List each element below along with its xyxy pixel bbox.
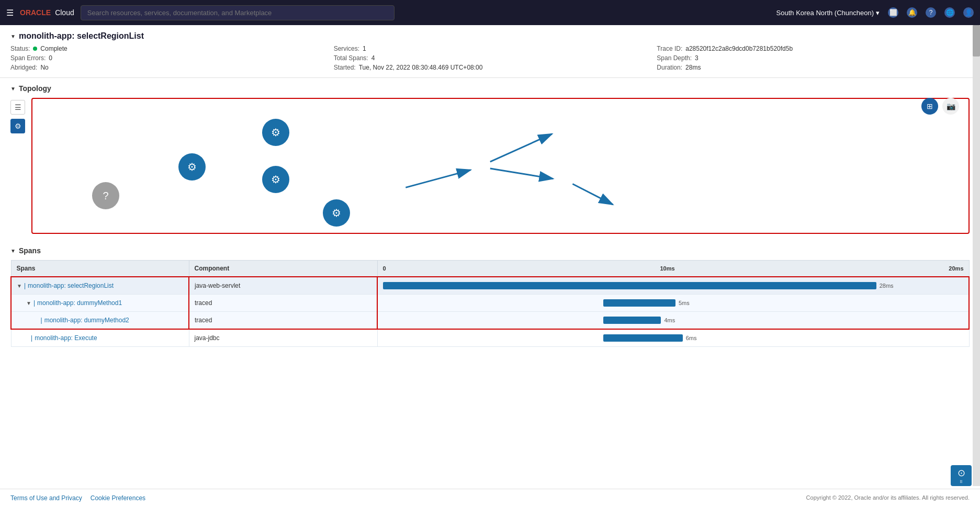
table-row[interactable]: ▼|monolith-app: dummyMethod1traced5ms [11,295,969,312]
span-bar-icon: | [33,299,35,307]
duration-item: Duration: 28ms [657,64,970,71]
footer: Terms of Use and Privacy Cookie Preferen… [0,489,980,507]
span-depth-label: Span Depth: [657,54,692,62]
status-item: Status: Complete [10,45,323,52]
duration-value: 28ms [685,64,701,71]
span-timeline: 6ms [377,329,969,347]
timeline-bar [383,282,876,289]
topology-arrows-svg [32,99,968,233]
terms-link[interactable]: Terms of Use and Privacy [10,494,82,502]
topology-container: ☰ ⚙ [10,98,970,234]
timeline-bar-label: 6ms [686,335,697,341]
user-avatar[interactable]: 👤 [963,7,974,18]
region-selector[interactable]: South Korea North (Chuncheon) ▾ [776,9,880,17]
span-errors-value: 0 [49,54,52,62]
topology-node-top-right[interactable]: ⚙ [262,119,289,146]
topology-list-icon[interactable]: ☰ [10,100,25,115]
span-name-link[interactable]: monolith-app: dummyMethod1 [37,299,122,307]
svg-line-4 [572,184,613,204]
cookie-link[interactable]: Cookie Preferences [91,494,145,502]
started-value: Tue, Nov 22, 2022 08:30:48.469 UTC+08:00 [359,64,483,71]
main-content: ▼ monolith-app: selectRegionList Status:… [0,25,980,507]
spans-section: ▼ Spans Spans Component 0 10ms 20ms [0,240,980,357]
help-fab-button[interactable]: ⊙ ⠿ [951,465,972,486]
svg-line-1 [405,170,470,187]
span-bar-icon: | [24,282,26,289]
span-timeline: 28ms [377,277,969,295]
topology-node-mid-right[interactable]: ⚙ [262,166,289,193]
timeline-label-20ms: 20ms [949,265,963,272]
bell-icon[interactable]: 🔔 [907,7,917,18]
span-name-link[interactable]: monolith-app: dummyMethod2 [44,317,129,324]
services-item: Services: 1 [334,45,647,52]
timeline-bar [603,299,675,307]
oracle-logo-text: ORACLE [20,8,51,17]
status-value: Complete [40,45,67,52]
navbar: ☰ ORACLE Cloud South Korea North (Chunch… [0,0,980,25]
trace-id-value: a28520f12c2a8c9dcd0b7281b520fd5b [685,45,793,52]
span-name-link[interactable]: monolith-app: selectRegionList [28,282,114,289]
spans-title-text: Spans [19,246,41,255]
topology-section-title: ▼ Topology [10,84,970,93]
topology-diagram[interactable]: ? ⚙ ⚙ ⚙ ⚙ [31,98,970,234]
brand: ORACLE Cloud [20,8,74,17]
topology-node-unknown[interactable]: ? [92,182,119,209]
spans-col-header-timeline: 0 10ms 20ms [377,261,969,277]
spans-table: Spans Component 0 10ms 20ms ▼|monolith-a… [10,260,970,347]
timeline-bar-label: 5ms [679,300,690,306]
status-dot-icon [33,47,37,51]
spans-section-title: ▼ Spans [10,246,970,255]
svg-line-3 [490,168,553,179]
table-row[interactable]: |monolith-app: Executejava-jdbc6ms [11,329,969,347]
monitor-icon[interactable]: ⬜ [888,7,898,18]
span-depth-item: Span Depth: 3 [657,54,970,62]
copyright-text: Copyright © 2022, Oracle and/or its affi… [806,494,970,502]
table-row[interactable]: ▼|monolith-app: selectRegionListjava-web… [11,277,969,295]
timeline-bar-label: 28ms [880,283,894,289]
expand-triangle-icon[interactable]: ▼ [10,33,16,39]
trace-id-item: Trace ID: a28520f12c2a8c9dcd0b7281b520fd… [657,45,970,52]
total-spans-item: Total Spans: 4 [334,54,647,62]
topology-camera-button[interactable]: 📷 [942,98,959,115]
spans-col-header-name: Spans [11,261,189,277]
chevron-down-icon: ▾ [876,9,880,17]
topology-section: ▼ Topology ⊞ 📷 ☰ ⚙ [0,78,980,240]
span-bar-icon: | [41,317,42,324]
spans-expand-icon[interactable]: ▼ [10,248,16,254]
topology-diagram-wrapper: ? ⚙ ⚙ ⚙ ⚙ [31,98,970,234]
topology-node-center[interactable]: ⚙ [178,153,206,181]
topology-view-button[interactable]: ⊞ [921,98,938,115]
globe-icon[interactable]: 🌐 [944,7,955,18]
table-row[interactable]: |monolith-app: dummyMethod2traced4ms [11,312,969,330]
global-search-input[interactable] [81,5,395,20]
abridged-label: Abridged: [10,64,37,71]
navbar-right: South Korea North (Chuncheon) ▾ ⬜ 🔔 ? 🌐 … [776,7,974,18]
span-name-link[interactable]: monolith-app: Execute [35,334,97,342]
topology-expand-icon[interactable]: ▼ [10,86,16,92]
span-errors-item: Span Errors: 0 [10,54,323,62]
help-fab-icon: ⊙ [958,467,965,479]
topology-node-far-right[interactable]: ⚙ [323,199,350,227]
abridged-value: No [40,64,48,71]
span-timeline: 4ms [377,312,969,330]
total-spans-value: 4 [371,54,375,62]
scrollbar-thumb[interactable] [973,25,980,57]
topology-gear-icon[interactable]: ⚙ [10,119,25,133]
help-icon[interactable]: ? [926,7,936,18]
span-component: java-jdbc [189,329,377,347]
abridged-item: Abridged: No [10,64,323,71]
expand-icon[interactable]: ▼ [26,300,31,306]
span-component: java-web-servlet [189,277,377,295]
hamburger-menu-icon[interactable]: ☰ [6,8,14,18]
timeline-bar-label: 4ms [664,317,675,323]
region-label: South Korea North (Chuncheon) [776,9,874,17]
span-bar-icon: | [31,334,32,342]
span-timeline: 5ms [377,295,969,312]
topology-controls: ☰ ⚙ [10,98,25,234]
timeline-label-0: 0 [383,265,386,272]
page-title: ▼ monolith-app: selectRegionList [10,31,970,41]
page-header: ▼ monolith-app: selectRegionList Status:… [0,25,980,78]
status-label: Status: [10,45,30,52]
page-scrollbar[interactable] [973,25,980,486]
expand-icon[interactable]: ▼ [17,283,22,289]
